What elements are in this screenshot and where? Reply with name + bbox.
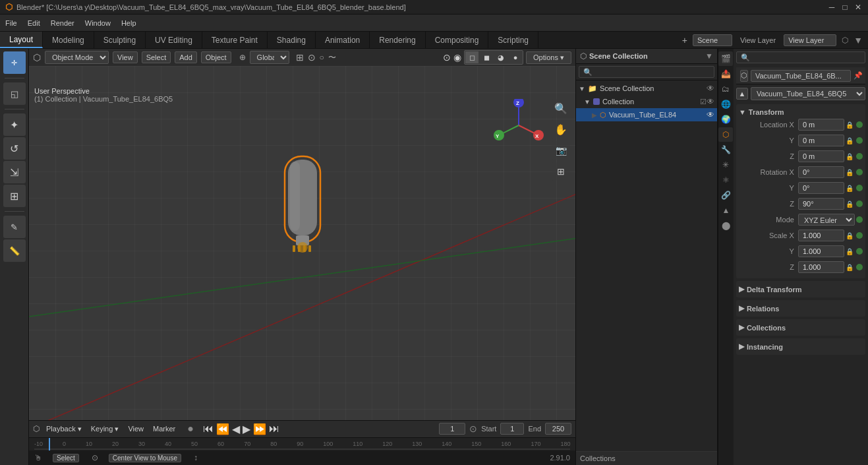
rot-x-lock[interactable]: 🔒 [844,169,855,176]
view-layer-selector[interactable] [784,34,836,46]
scale-x-value[interactable]: 1.000 [798,230,844,241]
viewport[interactable]: ⬡ Object Mode View Select Add Object ⊕ G… [29,49,575,420]
prop-tab-modifiers[interactable]: 🔧 [718,142,733,157]
loc-y-value[interactable]: 0 m [798,135,844,146]
minimize-button[interactable]: ─ [827,3,836,12]
object-visibility[interactable]: 👁 [707,110,714,119]
frame-next-button[interactable]: ⏩ [253,423,266,435]
close-button[interactable]: ✕ [854,3,863,12]
measure-tool[interactable]: 📏 [3,239,26,262]
ortho-icon[interactable]: ⊞ [552,162,570,181]
add-menu[interactable]: Add [175,51,197,63]
annotate-tool[interactable]: ✎ [3,216,26,238]
loc-y-keyframe[interactable] [856,137,863,144]
rot-y-value[interactable]: 0° [798,182,844,194]
tab-scripting[interactable]: Scripting [488,32,538,48]
play-button[interactable]: ▶ [243,423,250,435]
marker-menu[interactable]: Marker [150,425,178,433]
scale-z-lock[interactable]: 🔒 [844,264,855,271]
transform-header[interactable]: ▼ Transform [739,107,863,117]
editor-type-icon[interactable]: ⬡ [33,52,41,63]
scale-x-lock[interactable]: 🔒 [844,232,855,239]
scene-selector[interactable] [693,34,732,46]
rot-z-keyframe[interactable] [856,201,863,207]
camera-icon[interactable]: 📷 [552,141,570,160]
options-button[interactable]: Options ▾ [526,51,571,64]
snap-icon[interactable]: ⊞ [296,52,304,63]
prop-tab-physics[interactable]: ⚛ [718,173,733,187]
obj-data-type-icon[interactable]: ▲ [736,88,748,100]
zoom-icon[interactable]: 🔍 [552,99,570,117]
collections-header[interactable]: ▶ Collections [739,322,863,333]
loc-x-lock[interactable]: 🔒 [844,121,855,129]
tab-sculpting[interactable]: Sculpting [94,32,146,48]
transform-selector[interactable]: Global [250,51,289,64]
obj-type-icon[interactable]: ⬡ [740,70,748,82]
loc-x-keyframe[interactable] [856,121,863,128]
outliner-item-vacuum-tube[interactable]: ▶ ⬡ Vacuum_Tube_EL84 👁 [576,108,717,121]
start-frame-input[interactable] [500,423,524,435]
outliner-editor-icon[interactable]: ⬡ [580,51,587,61]
jump-end-button[interactable]: ⏭ [269,423,279,435]
prop-tab-material[interactable]: ⬤ [718,218,733,233]
add-workspace-button[interactable]: + [682,35,687,46]
object-name-input[interactable] [751,70,851,82]
tab-animation[interactable]: Animation [316,32,370,48]
record-button[interactable]: ● [187,423,194,435]
tab-compositing[interactable]: Compositing [426,32,489,48]
prop-tab-render[interactable]: 🎬 [718,51,733,66]
proportional-icon[interactable]: ⊙ [308,52,316,63]
prop-tab-constraints[interactable]: 🔗 [718,188,733,202]
prop-tab-world[interactable]: 🌍 [718,112,733,127]
prop-tab-scene[interactable]: 🌐 [718,97,733,111]
menu-edit[interactable]: Edit [22,15,45,31]
rot-y-keyframe[interactable] [856,185,863,191]
prop-tab-data[interactable]: ▲ [718,203,733,218]
mode-keyframe[interactable] [856,216,863,223]
prop-tab-output[interactable]: 📤 [718,67,733,81]
scale-tool[interactable]: ⇲ [3,161,26,183]
menu-help[interactable]: Help [116,15,142,31]
obj-data-selector[interactable]: Vacuum_Tube_EL84_6BQ5 [751,87,865,100]
rendered-shading[interactable]: ● [509,51,522,63]
rot-y-lock[interactable]: 🔒 [844,185,855,192]
loc-z-lock[interactable]: 🔒 [844,153,855,160]
prop-tab-particles[interactable]: ✳ [718,158,733,172]
tab-uv-editing[interactable]: UV Editing [146,32,202,48]
delta-transform-header[interactable]: ▶ Delta Transform [739,284,863,295]
scale-y-keyframe[interactable] [856,248,863,255]
prop-tab-object[interactable]: ⬡ [718,127,733,142]
loc-z-value[interactable]: 0 m [798,150,844,162]
cursor-tool[interactable]: ✛ [3,51,26,74]
viewport-overlay-icon[interactable]: ◉ [453,52,461,63]
instancing-header[interactable]: ▶ Instancing [739,341,863,352]
rotation-mode-selector[interactable]: XYZ Euler [798,214,855,226]
pan-icon[interactable]: ✋ [552,120,570,139]
relations-header[interactable]: ▶ Relations [739,303,863,314]
scale-y-value[interactable]: 1.000 [798,245,844,257]
frame-prev-button[interactable]: ⏪ [216,423,229,435]
tab-modeling[interactable]: Modeling [43,32,94,48]
rot-z-value[interactable]: 90° [798,198,844,210]
menu-render[interactable]: Render [45,15,80,31]
tab-shading[interactable]: Shading [268,32,316,48]
scale-y-lock[interactable]: 🔒 [844,248,855,255]
outliner-filter-icon[interactable]: ▼ [705,51,713,61]
transform-tool[interactable]: ⊞ [3,185,26,207]
rotate-tool[interactable]: ↺ [3,137,26,160]
timeline-ruler[interactable]: -100102030 4050607080 90100110120130 140… [29,438,575,451]
pin-icon[interactable]: 📌 [854,71,863,80]
object-menu[interactable]: Object [201,51,231,63]
jump-start-button[interactable]: ⏮ [203,423,214,435]
loc-y-lock[interactable]: 🔒 [844,137,855,144]
rot-z-lock[interactable]: 🔒 [844,201,855,208]
rot-x-value[interactable]: 0° [798,166,844,178]
move-tool[interactable]: ✦ [3,113,26,136]
outliner-item-collection[interactable]: ▼ Collection ☑ 👁 [576,95,717,108]
timeline-editor-icon[interactable]: ⬡ [33,424,40,433]
curve-icon[interactable]: 〜 [328,52,336,63]
collection-checkbox[interactable]: ☑ [700,98,707,106]
filter-icon[interactable]: ▼ [854,35,863,46]
tab-layout[interactable]: Layout [0,32,43,48]
overlay-toggle[interactable]: ○ [320,53,324,62]
